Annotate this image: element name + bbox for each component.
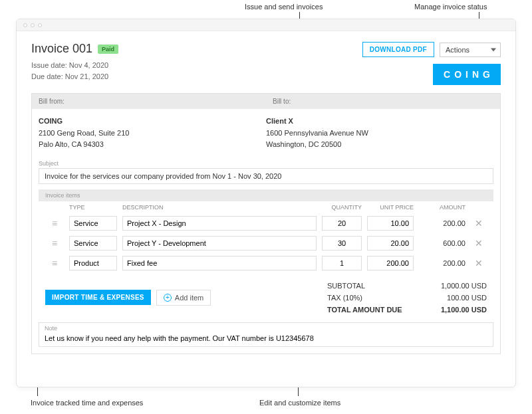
bill-to: Client X 1600 Pennsylvania Avenue NW Was… xyxy=(266,116,493,151)
bill-to-line2: Washington, DC 20500 xyxy=(266,139,493,151)
remove-item-icon[interactable]: ✕ xyxy=(471,218,487,229)
item-description-input[interactable] xyxy=(122,216,317,231)
item-unit-price-input[interactable] xyxy=(367,216,414,231)
annotation-edit-items: Edit and customize items xyxy=(259,399,340,407)
bill-from-company: COING xyxy=(39,116,266,128)
annotation-invoice-tracked: Invoice tracked time and expenses xyxy=(31,399,143,407)
note-label: Note xyxy=(39,323,493,332)
tax-value: 100.00 USD xyxy=(447,294,487,302)
chevron-down-icon xyxy=(491,48,496,51)
col-amount: AMOUNT xyxy=(419,204,466,211)
col-type: TYPE xyxy=(69,204,117,211)
item-quantity-input[interactable] xyxy=(322,216,362,231)
item-description-input[interactable] xyxy=(122,256,317,270)
due-date: Due date: Nov 21, 2020 xyxy=(31,71,118,82)
note-input[interactable] xyxy=(39,332,493,346)
subtotal-value: 1,000.00 USD xyxy=(441,282,487,290)
traffic-light-icon xyxy=(38,23,42,27)
bill-from-line1: 2100 Geng Road, Suite 210 xyxy=(39,128,266,140)
add-item-button[interactable]: + Add item xyxy=(156,290,211,306)
subtotal-label: SUBTOTAL xyxy=(327,282,365,290)
bill-to-line1: 1600 Pennsylvania Avenue NW xyxy=(266,128,493,140)
bill-from: COING 2100 Geng Road, Suite 210 Palo Alt… xyxy=(39,116,266,151)
invoice-item-row: ≡ 600.00 ✕ xyxy=(39,233,493,253)
import-time-expenses-button[interactable]: IMPORT TIME & EXPENSES xyxy=(45,290,151,305)
item-amount: 200.00 xyxy=(419,219,466,227)
item-quantity-input[interactable] xyxy=(322,236,362,251)
invoice-box: Bill from: Bill to: COING 2100 Geng Road… xyxy=(31,93,501,354)
annotation-issue-send: Issue and send invoices xyxy=(245,3,323,11)
brand-logo: COING xyxy=(433,64,501,85)
invoice-title: Invoice 001 xyxy=(31,42,92,56)
item-type-input[interactable] xyxy=(69,256,117,270)
items-header-label: Invoice items xyxy=(39,189,493,201)
item-type-input[interactable] xyxy=(69,216,117,231)
traffic-light-icon xyxy=(23,23,27,27)
tax-label: TAX (10%) xyxy=(327,294,362,302)
bill-from-line2: Palo Alto, CA 94303 xyxy=(39,139,266,151)
item-amount: 600.00 xyxy=(419,239,466,247)
item-unit-price-input[interactable] xyxy=(367,236,414,251)
totals: SUBTOTAL 1,000.00 USD TAX (10%) 100.00 U… xyxy=(327,280,487,316)
drag-handle-icon[interactable]: ≡ xyxy=(45,219,64,228)
window-titlebar xyxy=(17,19,515,31)
annotation-manage-status: Manage invoice status xyxy=(414,3,487,11)
drag-handle-icon[interactable]: ≡ xyxy=(45,259,64,268)
bill-to-label: Bill to: xyxy=(266,94,500,109)
actions-dropdown[interactable]: Actions xyxy=(440,43,501,57)
bill-to-company: Client X xyxy=(266,116,493,128)
bill-from-label: Bill from: xyxy=(32,94,266,109)
item-amount: 200.00 xyxy=(419,259,466,267)
col-unit-price: UNIT PRICE xyxy=(367,204,414,211)
download-pdf-button[interactable]: DOWNLOAD PDF xyxy=(362,42,434,57)
subject-input[interactable] xyxy=(39,168,493,184)
subject-label: Subject xyxy=(32,157,500,168)
item-quantity-input[interactable] xyxy=(322,256,362,270)
item-description-input[interactable] xyxy=(122,236,317,251)
traffic-light-icon xyxy=(31,23,35,27)
note-box: Note xyxy=(39,322,493,347)
actions-dropdown-label: Actions xyxy=(446,46,469,54)
remove-item-icon[interactable]: ✕ xyxy=(471,238,487,249)
invoice-item-row: ≡ 200.00 ✕ xyxy=(39,213,493,233)
total-due-value: 1,100.00 USD xyxy=(441,306,487,314)
item-type-input[interactable] xyxy=(69,236,117,251)
total-due-label: TOTAL AMOUNT DUE xyxy=(327,306,402,314)
item-unit-price-input[interactable] xyxy=(367,256,414,270)
invoice-item-row: ≡ 200.00 ✕ xyxy=(39,253,493,273)
plus-icon: + xyxy=(164,294,172,302)
app-window: Invoice 001 Paid Issue date: Nov 4, 2020… xyxy=(16,19,516,387)
issue-date: Issue date: Nov 4, 2020 xyxy=(31,60,118,71)
status-badge: Paid xyxy=(98,45,118,54)
add-item-label: Add item xyxy=(175,294,203,302)
col-quantity: QUANTITY xyxy=(322,204,362,211)
remove-item-icon[interactable]: ✕ xyxy=(471,258,487,268)
drag-handle-icon[interactable]: ≡ xyxy=(45,239,64,248)
col-description: DESCRIPTION xyxy=(122,204,317,211)
